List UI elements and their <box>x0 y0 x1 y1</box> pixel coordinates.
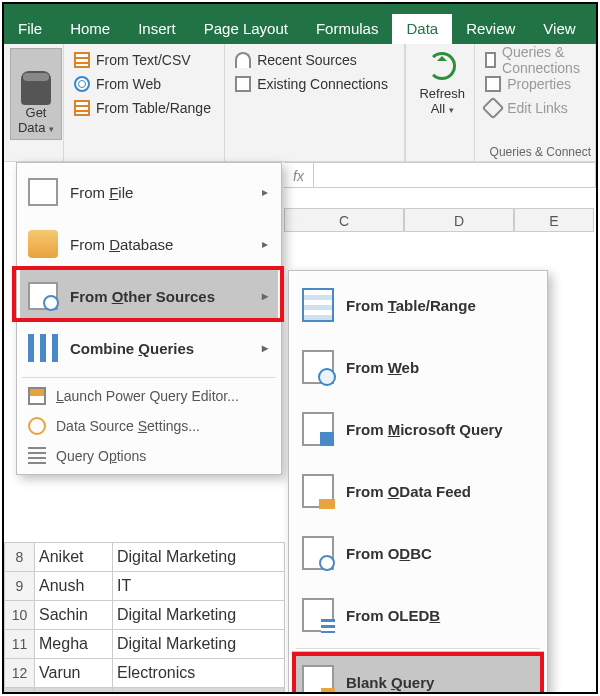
cell[interactable]: IT <box>113 572 285 601</box>
cell[interactable]: Digital Marketing <box>113 543 285 572</box>
tab-view[interactable]: View <box>529 14 589 44</box>
blank-query-icon <box>302 665 334 694</box>
column-headers: C D E <box>284 208 596 232</box>
menu-from-file-label: From File <box>70 184 133 201</box>
chevron-down-icon: ▾ <box>449 105 454 115</box>
col-header-d[interactable]: D <box>404 208 514 232</box>
recent-icon <box>235 52 251 68</box>
menu-from-file[interactable]: From File <box>20 166 278 218</box>
submenu-odbc-label: From ODBC <box>346 545 432 562</box>
cell[interactable]: Sachin <box>35 601 113 630</box>
tab-home[interactable]: Home <box>56 14 124 44</box>
chevron-down-icon: ▾ <box>49 124 54 134</box>
msquery-icon <box>302 412 334 446</box>
get-data-label-1: Get <box>26 105 47 120</box>
table-row[interactable]: 10SachinDigital Marketing <box>5 601 285 630</box>
globe-icon <box>74 76 90 92</box>
data-grid[interactable]: 8AniketDigital Marketing9AnushIT10Sachin… <box>4 542 285 694</box>
combine-icon <box>28 334 58 362</box>
ribbon-tabs: File Home Insert Page Layout Formulas Da… <box>4 14 596 44</box>
web-icon <box>302 350 334 384</box>
cell[interactable]: Varun <box>35 659 113 688</box>
table-row[interactable]: 11MeghaDigital Marketing <box>5 630 285 659</box>
menu-separator <box>22 377 276 378</box>
submenu-separator <box>296 648 540 649</box>
tab-formulas[interactable]: Formulas <box>302 14 393 44</box>
tab-page-layout[interactable]: Page Layout <box>190 14 302 44</box>
tab-data[interactable]: Data <box>392 14 452 44</box>
queries-connections-button[interactable]: Queries & Connections <box>481 48 589 72</box>
cell[interactable]: Digital Marketing <box>113 688 285 695</box>
submenu-from-web[interactable]: From Web <box>292 336 544 398</box>
menu-launch-pqe[interactable]: Launch Power Query Editor... <box>20 381 278 411</box>
cell[interactable]: Avijit <box>35 688 113 695</box>
from-table-range-button[interactable]: From Table/Range <box>70 96 218 120</box>
table-row[interactable]: 12VarunElectronics <box>5 659 285 688</box>
menu-query-options[interactable]: Query Options <box>20 441 278 471</box>
submenu-blank-query-label: Blank Query <box>346 674 434 691</box>
submenu-from-web-label: From Web <box>346 359 419 376</box>
tab-insert[interactable]: Insert <box>124 14 190 44</box>
get-data-label-2: Data <box>18 120 45 135</box>
row-header[interactable]: 13 <box>5 688 35 695</box>
properties-label: Properties <box>507 76 571 92</box>
properties-button[interactable]: Properties <box>481 72 589 96</box>
submenu-from-table-range[interactable]: From Table/Range <box>292 274 544 336</box>
ribbon-group-getdata: Get Data ▾ <box>4 44 64 161</box>
menu-data-source-settings[interactable]: Data Source Settings... <box>20 411 278 441</box>
database-icon <box>28 230 58 258</box>
properties-icon <box>485 76 501 92</box>
col-header-e[interactable]: E <box>514 208 594 232</box>
cell[interactable]: Digital Marketing <box>113 630 285 659</box>
menu-from-other-sources-label: From Other Sources <box>70 288 215 305</box>
from-text-csv-label: From Text/CSV <box>96 52 191 68</box>
submenu-odata-label: From OData Feed <box>346 483 471 500</box>
odbc-icon <box>302 536 334 570</box>
existing-connections-button[interactable]: Existing Connections <box>231 72 398 96</box>
submenu-from-microsoft-query[interactable]: From Microsoft Query <box>292 398 544 460</box>
tab-file[interactable]: File <box>4 14 56 44</box>
submenu-oledb-label: From OLEDB <box>346 607 440 624</box>
menu-combine-queries[interactable]: Combine Queries <box>20 322 278 374</box>
fx-label: fx <box>284 162 314 188</box>
table-range-icon <box>302 288 334 322</box>
cell[interactable]: Aniket <box>35 543 113 572</box>
ribbon-group-sources: Recent Sources Existing Connections <box>225 44 405 161</box>
table-row[interactable]: 9AnushIT <box>5 572 285 601</box>
from-web-button[interactable]: From Web <box>70 72 218 96</box>
formula-input[interactable] <box>314 162 596 188</box>
row-header[interactable]: 10 <box>5 601 35 630</box>
row-header[interactable]: 12 <box>5 659 35 688</box>
get-data-button[interactable]: Get Data ▾ <box>10 48 62 140</box>
table-row[interactable]: 8AniketDigital Marketing <box>5 543 285 572</box>
cell[interactable]: Digital Marketing <box>113 601 285 630</box>
edit-links-button[interactable]: Edit Links <box>481 96 589 120</box>
tab-review[interactable]: Review <box>452 14 529 44</box>
ribbon-group-refresh: Refresh All ▾ <box>405 44 475 161</box>
cell[interactable]: Anush <box>35 572 113 601</box>
menu-from-other-sources[interactable]: From Other Sources <box>20 270 278 322</box>
table-row[interactable]: 13AvijitDigital Marketing <box>5 688 285 695</box>
file-icon <box>28 178 58 206</box>
group-label: Queries & Connect <box>490 145 591 159</box>
submenu-blank-query[interactable]: Blank Query <box>292 651 544 694</box>
row-header[interactable]: 11 <box>5 630 35 659</box>
refresh-label-2: All <box>431 101 445 116</box>
cell[interactable]: Megha <box>35 630 113 659</box>
menu-from-database[interactable]: From Database <box>20 218 278 270</box>
submenu-from-oledb[interactable]: From OLEDB <box>292 584 544 646</box>
menu-combine-queries-label: Combine Queries <box>70 340 194 357</box>
row-header[interactable]: 9 <box>5 572 35 601</box>
recent-sources-label: Recent Sources <box>257 52 357 68</box>
col-header-c[interactable]: C <box>284 208 404 232</box>
refresh-all-button[interactable]: Refresh All ▾ <box>412 48 472 140</box>
cell[interactable]: Electronics <box>113 659 285 688</box>
edit-links-icon <box>482 97 505 120</box>
from-text-csv-button[interactable]: From Text/CSV <box>70 48 218 72</box>
submenu-from-odbc[interactable]: From ODBC <box>292 522 544 584</box>
oledb-icon <box>302 598 334 632</box>
submenu-from-odata-feed[interactable]: From OData Feed <box>292 460 544 522</box>
recent-sources-button[interactable]: Recent Sources <box>231 48 398 72</box>
ribbon-group-transform: From Text/CSV From Web From Table/Range <box>64 44 225 161</box>
row-header[interactable]: 8 <box>5 543 35 572</box>
